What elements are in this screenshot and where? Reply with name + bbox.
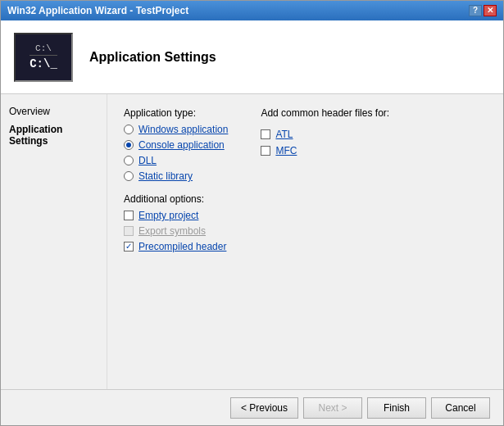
sidebar-item-overview[interactable]: Overview xyxy=(9,104,98,119)
main-window: Win32 Application Wizard - TestProject ?… xyxy=(0,0,504,426)
checkbox-label-mfc[interactable]: MFC xyxy=(275,145,297,156)
finish-button[interactable]: Finish xyxy=(367,397,426,419)
next-button: Next > xyxy=(303,397,362,419)
checkbox-atl[interactable]: ATL xyxy=(261,129,389,140)
radio-dll[interactable]: DLL xyxy=(124,155,228,166)
checkbox-label-atl[interactable]: ATL xyxy=(275,129,293,140)
checkbox-empty[interactable]: Empty project xyxy=(124,210,228,221)
top-banner: C:\ C:\_ Application Settings xyxy=(1,20,503,94)
checkbox-box-empty xyxy=(124,211,134,220)
radio-circle-console xyxy=(124,140,134,150)
right-col: Add common header files for: ATL MFC xyxy=(261,107,389,252)
form-area: Application type: Windows application Co… xyxy=(107,94,503,389)
app-type-label: Application type: xyxy=(124,107,228,119)
radio-static[interactable]: Static library xyxy=(124,170,228,182)
window-title: Win32 Application Wizard - TestProject xyxy=(7,5,188,16)
two-col-layout: Application type: Windows application Co… xyxy=(124,107,487,252)
close-button[interactable]: ✕ xyxy=(484,5,497,16)
app-type-radio-group: Windows application Console application … xyxy=(124,124,228,182)
radio-label-console[interactable]: Console application xyxy=(138,139,225,151)
banner-title: Application Settings xyxy=(89,50,216,65)
radio-label-windows[interactable]: Windows application xyxy=(138,124,228,135)
checkbox-box-mfc xyxy=(261,146,270,156)
checkbox-precompiled[interactable]: Precompiled header xyxy=(124,241,228,252)
radio-circle-windows xyxy=(124,125,134,134)
content-area: C:\ C:\_ Application Settings Overview A… xyxy=(1,20,503,425)
checkbox-box-precompiled xyxy=(124,242,134,252)
radio-console[interactable]: Console application xyxy=(124,139,228,151)
radio-label-dll[interactable]: DLL xyxy=(138,155,157,166)
additional-label: Additional options: xyxy=(124,193,228,205)
footer: < Previous Next > Finish Cancel xyxy=(1,389,503,425)
radio-circle-dll xyxy=(124,156,134,165)
sidebar: Overview Application Settings xyxy=(1,94,107,389)
checkbox-mfc[interactable]: MFC xyxy=(261,145,389,156)
radio-circle-static xyxy=(124,171,134,181)
cancel-button[interactable]: Cancel xyxy=(431,397,490,419)
sidebar-item-appsettings[interactable]: Application Settings xyxy=(9,122,98,148)
header-label: Add common header files for: xyxy=(261,107,389,119)
checkbox-label-export: Export symbols xyxy=(138,225,206,237)
additional-checkbox-group: Empty project Export symbols xyxy=(124,210,228,252)
title-bar-buttons: ? ✕ xyxy=(469,5,497,16)
checkbox-box-atl xyxy=(261,129,270,139)
header-checkbox-group: ATL MFC xyxy=(261,129,389,156)
title-bar: Win32 Application Wizard - TestProject ?… xyxy=(1,1,503,20)
main-area: Overview Application Settings Applicatio… xyxy=(1,94,503,389)
checkbox-export: Export symbols xyxy=(124,225,228,237)
help-button[interactable]: ? xyxy=(469,5,482,16)
radio-label-static[interactable]: Static library xyxy=(138,170,193,182)
checkbox-label-precompiled[interactable]: Precompiled header xyxy=(138,241,226,252)
left-col: Application type: Windows application Co… xyxy=(124,107,228,252)
checkbox-box-export xyxy=(124,226,134,236)
banner-icon: C:\ C:\_ xyxy=(14,33,73,82)
previous-button[interactable]: < Previous xyxy=(230,397,298,419)
checkbox-label-empty[interactable]: Empty project xyxy=(138,210,198,221)
radio-windows[interactable]: Windows application xyxy=(124,124,228,135)
additional-options: Additional options: Empty project xyxy=(124,193,228,252)
